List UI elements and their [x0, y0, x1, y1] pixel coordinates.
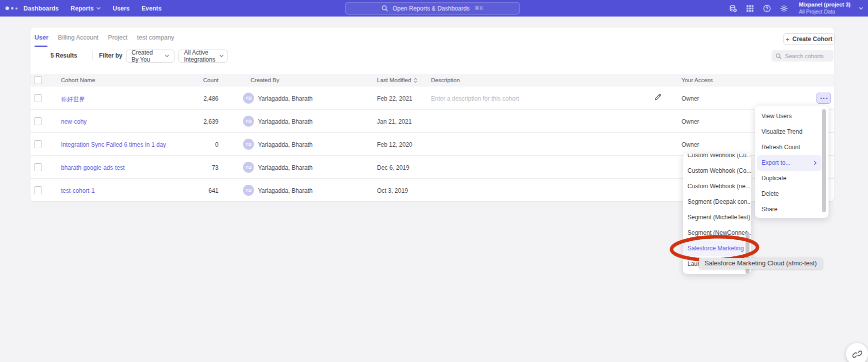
nav-links: Dashboards Reports Users Events: [24, 5, 162, 12]
last-modified-date: Feb 22, 2021: [377, 95, 412, 102]
filter-by-label: Filter by: [99, 52, 122, 59]
row-checkbox[interactable]: [34, 163, 42, 171]
cohort-count: 2,639: [180, 118, 218, 125]
cohort-count: 641: [180, 187, 218, 194]
search-cohorts-placeholder: Search cohorts: [785, 53, 824, 59]
last-modified-date: Jan 21, 2021: [377, 118, 412, 125]
tab-user[interactable]: User: [34, 34, 48, 47]
project-name: Mixpanel (project 3): [799, 2, 850, 9]
header-count: Count: [180, 77, 218, 83]
creator-name: Yarlagadda, Bharath: [258, 187, 312, 194]
menu-item-view-users[interactable]: View Users: [755, 109, 828, 124]
row-checkbox[interactable]: [34, 186, 42, 194]
nav-reports[interactable]: Reports: [70, 5, 100, 12]
menu-item-refresh-count[interactable]: Refresh Count: [755, 140, 828, 155]
create-cohort-label: Create Cohort: [792, 36, 832, 43]
cohort-count: 73: [180, 164, 218, 171]
chevron-down-icon: [220, 54, 224, 58]
search-cohorts-input[interactable]: Search cohorts: [772, 50, 834, 62]
cohort-name-link[interactable]: bharath-google-ads-test: [61, 164, 124, 171]
sort-icon: [414, 78, 418, 83]
global-search-bar[interactable]: Open Reports & Dashboards ⌘K: [345, 2, 520, 15]
link-icon: [852, 349, 862, 359]
cohort-count: 2,486: [180, 95, 218, 102]
cohort-count: 0: [180, 141, 218, 148]
top-navbar: Dashboards Reports Users Events Open Rep…: [0, 0, 868, 17]
submenu-item-custom-webhook-2[interactable]: Custom Webhook (Co...: [683, 163, 751, 179]
menu-item-visualize-trend[interactable]: Visualize Trend: [755, 124, 828, 140]
avatar: YB: [243, 93, 254, 104]
table-row: new-cohy 2,639 YB Yarlagadda, Bharath Ja…: [30, 110, 834, 133]
created-by-filter-dropdown[interactable]: Created By You: [126, 50, 174, 63]
table-row: 你好世界 2,486 YB Yarlagadda, Bharath Feb 22…: [30, 87, 834, 110]
menu-item-share[interactable]: Share: [755, 202, 828, 217]
access-level: Owner: [682, 118, 699, 125]
access-level: Owner: [682, 95, 699, 102]
row-checkbox[interactable]: [34, 94, 42, 102]
create-cohort-button[interactable]: + Create Cohort: [784, 33, 834, 45]
project-switcher[interactable]: Mixpanel (project 3) All Project Data: [799, 2, 850, 15]
cohort-tabs: User Billing Account Project test compan…: [34, 34, 174, 47]
row-actions-menu-button[interactable]: [816, 93, 831, 104]
avatar: YB: [243, 162, 254, 173]
global-search-placeholder: Open Reports & Dashboards: [392, 5, 470, 12]
header-last-modified[interactable]: Last Modified: [377, 77, 418, 83]
row-context-menu: View Users Visualize Trend Refresh Count…: [755, 106, 828, 218]
menu-scrollbar[interactable]: [822, 109, 826, 212]
creator-name: Yarlagadda, Bharath: [258, 118, 312, 125]
settings-gear-icon[interactable]: [780, 4, 788, 13]
cohort-name-link[interactable]: new-cohy: [61, 118, 86, 125]
avatar: YB: [243, 116, 254, 127]
creator-name: Yarlagadda, Bharath: [258, 141, 312, 148]
header-your-access: Your Access: [682, 77, 713, 83]
row-checkbox[interactable]: [34, 117, 42, 125]
help-icon[interactable]: [763, 4, 772, 13]
plus-icon: +: [786, 36, 790, 43]
submenu-item-segment-1[interactable]: Segment (Deepak con...: [683, 194, 751, 210]
tab-test-company[interactable]: test company: [137, 34, 174, 47]
submenu-item-salesforce-marketing-cloud[interactable]: Salesforce Marketing C...: [683, 241, 744, 256]
submenu-item-segment-2[interactable]: Segment (MichelleTest): [683, 210, 751, 225]
table-header: Cohort Name Count Created By Last Modifi…: [30, 74, 834, 87]
integrations-filter-dropdown[interactable]: All Active Integrations: [178, 50, 228, 63]
workspace-logo-icon[interactable]: [6, 7, 22, 10]
submenu-item-custom-webhook-3[interactable]: Custom Webhook (ne...: [683, 179, 751, 194]
menu-item-export-to-label: Export to...: [762, 159, 790, 166]
table-row: Integration Sync Failed 6 times in 1 day…: [30, 133, 834, 156]
nav-reports-label: Reports: [70, 5, 94, 12]
divider: [92, 51, 92, 60]
cohort-name-link[interactable]: Integration Sync Failed 6 times in 1 day: [61, 141, 166, 148]
project-scope: All Project Data: [799, 9, 850, 15]
submenu-item-segment-3[interactable]: Segment (NewConnec...: [683, 225, 751, 241]
menu-item-delete[interactable]: Delete: [755, 186, 828, 202]
chevron-down-icon: [96, 7, 100, 11]
floating-action-button[interactable]: [846, 343, 868, 362]
cohort-name-link[interactable]: test-cohort-1: [61, 187, 94, 194]
nav-dashboards[interactable]: Dashboards: [24, 5, 58, 12]
navbar-right: Mixpanel (project 3) All Project Data: [729, 0, 863, 17]
tab-billing-account[interactable]: Billing Account: [58, 34, 98, 47]
data-management-icon[interactable]: [729, 4, 738, 13]
nav-users[interactable]: Users: [112, 5, 130, 12]
last-modified-date: Oct 3, 2019: [377, 187, 408, 194]
mixpanel-cohorts-page: Dashboards Reports Users Events Open Rep…: [0, 0, 868, 362]
submenu-item-custom-webhook-1[interactable]: Custom Webhook (Cu...: [683, 154, 751, 163]
results-count: 5 Results: [50, 52, 77, 59]
tab-project[interactable]: Project: [108, 34, 128, 47]
search-icon: [382, 5, 388, 12]
menu-item-export-to[interactable]: Export to...: [757, 155, 822, 171]
description-input[interactable]: Enter a description for this cohort: [431, 95, 519, 102]
apps-grid-icon[interactable]: [746, 4, 754, 13]
cohort-name-link[interactable]: 你好世界: [61, 95, 85, 104]
nav-events[interactable]: Events: [142, 5, 162, 12]
row-checkbox[interactable]: [34, 140, 42, 148]
avatar: YB: [243, 185, 254, 196]
select-all-checkbox[interactable]: [34, 76, 42, 84]
search-icon: [776, 53, 782, 59]
edit-pencil-icon[interactable]: [654, 93, 662, 101]
header-last-modified-label: Last Modified: [377, 77, 411, 83]
chevron-down-icon: [859, 7, 863, 11]
header-cohort-name: Cohort Name: [61, 77, 95, 83]
menu-item-duplicate[interactable]: Duplicate: [755, 171, 828, 186]
avatar: YB: [243, 139, 254, 150]
